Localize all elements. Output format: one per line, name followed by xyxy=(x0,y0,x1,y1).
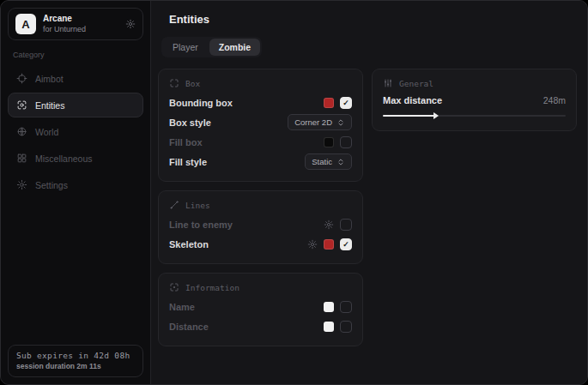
scan-icon xyxy=(16,99,27,111)
sub-expires-text: Sub expires in 42d 08h xyxy=(16,351,135,360)
entity-tabs: Player Zombie xyxy=(161,37,262,57)
sidebar-item-world[interactable]: World xyxy=(8,119,143,144)
app-title-block: Arcane for Unturned xyxy=(43,14,86,33)
box-card-title: Box xyxy=(185,79,200,88)
grid-icon xyxy=(16,153,27,164)
app-header: A Arcane for Unturned xyxy=(8,8,143,40)
distance-checkbox[interactable] xyxy=(340,321,352,333)
row-max-distance: Max distance 248m xyxy=(383,93,566,108)
bounding-box-color-swatch[interactable] xyxy=(324,98,334,108)
fill-box-checkbox[interactable] xyxy=(340,136,352,148)
gear-icon xyxy=(16,179,27,190)
fill-box-color-swatch[interactable] xyxy=(324,137,334,147)
sidebar-item-label: Aimbot xyxy=(35,74,64,84)
row-fill-style: Fill style Static xyxy=(169,152,352,171)
bounding-box-checkbox[interactable] xyxy=(340,97,352,109)
line-to-enemy-settings-icon[interactable] xyxy=(324,220,334,230)
sidebar-item-miscellaneous[interactable]: Miscellaneous xyxy=(8,146,143,171)
crosshair-icon xyxy=(16,73,27,84)
row-box-style: Box style Corner 2D xyxy=(169,112,352,132)
row-bounding-box: Bounding box xyxy=(169,93,352,112)
chevrons-up-down-icon xyxy=(336,158,345,166)
session-duration-text: session duration 2m 11s xyxy=(16,362,135,370)
fill-style-value: Static xyxy=(312,157,332,166)
information-card: Information Name Distance xyxy=(158,273,363,346)
sliders-icon xyxy=(383,78,393,88)
sidebar-item-aimbot[interactable]: Aimbot xyxy=(8,66,143,91)
content-columns: Box Bounding box Box style Corner 2D xyxy=(158,69,577,346)
line-to-enemy-label: Line to enemy xyxy=(169,220,233,230)
lines-card: Lines Line to enemy Skeleton xyxy=(158,190,363,264)
general-card-header: General xyxy=(383,78,566,88)
app-subtitle: for Unturned xyxy=(43,25,86,34)
information-card-title: Information xyxy=(185,283,239,292)
row-name: Name xyxy=(169,297,352,316)
page-title: Entities xyxy=(169,13,577,26)
distance-color-swatch[interactable] xyxy=(324,322,334,332)
skeleton-color-swatch[interactable] xyxy=(324,239,334,250)
bounding-box-label: Bounding box xyxy=(169,98,233,108)
line-to-enemy-checkbox[interactable] xyxy=(340,219,352,231)
fill-box-label: Fill box xyxy=(169,137,203,147)
tab-player[interactable]: Player xyxy=(163,39,208,56)
max-distance-value: 248m xyxy=(543,95,566,105)
left-column: Box Bounding box Box style Corner 2D xyxy=(158,69,363,346)
fill-style-select[interactable]: Static xyxy=(305,153,352,170)
category-label: Category xyxy=(13,51,138,59)
fill-style-label: Fill style xyxy=(169,157,207,167)
row-skeleton: Skeleton xyxy=(169,234,352,254)
sidebar-item-label: Settings xyxy=(35,180,68,190)
name-label: Name xyxy=(169,302,195,312)
app-window: A Arcane for Unturned Category Aimbot En… xyxy=(0,0,588,385)
name-color-swatch[interactable] xyxy=(324,302,334,312)
sidebar-item-entities[interactable]: Entities xyxy=(8,93,143,117)
general-card-title: General xyxy=(399,79,433,88)
box-style-value: Corner 2D xyxy=(294,117,332,127)
main-panel: Entities Player Zombie Box Bounding box xyxy=(151,1,587,384)
information-card-header: Information xyxy=(169,282,352,292)
tab-zombie[interactable]: Zombie xyxy=(209,39,260,56)
globe-icon xyxy=(16,126,27,137)
app-logo: A xyxy=(15,14,36,34)
row-fill-box: Fill box xyxy=(169,132,352,152)
row-line-to-enemy: Line to enemy xyxy=(169,214,352,234)
box-style-label: Box style xyxy=(169,117,211,128)
sidebar-item-label: Entities xyxy=(35,100,64,111)
skeleton-label: Skeleton xyxy=(169,239,209,250)
box-card: Box Bounding box Box style Corner 2D xyxy=(158,69,363,182)
sidebar-item-label: Miscellaneous xyxy=(35,153,93,164)
distance-label: Distance xyxy=(169,322,209,332)
lines-card-title: Lines xyxy=(185,201,210,210)
general-card: General Max distance 248m xyxy=(372,69,577,131)
sidebar: A Arcane for Unturned Category Aimbot En… xyxy=(1,1,151,384)
chevrons-up-down-icon xyxy=(336,118,345,127)
app-name: Arcane xyxy=(43,14,86,25)
box-corners-icon xyxy=(169,78,179,88)
name-checkbox[interactable] xyxy=(340,301,352,313)
row-distance: Distance xyxy=(169,316,352,336)
box-card-header: Box xyxy=(169,78,352,88)
skeleton-checkbox[interactable] xyxy=(340,238,352,250)
skeleton-settings-icon[interactable] xyxy=(307,239,318,250)
lines-card-header: Lines xyxy=(169,200,352,210)
box-style-select[interactable]: Corner 2D xyxy=(288,114,352,130)
diagonal-line-icon xyxy=(169,200,179,210)
right-column: General Max distance 248m xyxy=(372,69,577,131)
max-distance-label: Max distance xyxy=(383,95,442,105)
max-distance-slider[interactable] xyxy=(383,111,566,121)
header-gear-icon[interactable] xyxy=(125,19,136,29)
sidebar-item-settings[interactable]: Settings xyxy=(8,172,143,197)
sidebar-item-label: World xyxy=(35,127,58,137)
info-scan-icon xyxy=(169,282,179,292)
slider-fill xyxy=(383,115,434,117)
subscription-card: Sub expires in 42d 08h session duration … xyxy=(8,345,143,377)
